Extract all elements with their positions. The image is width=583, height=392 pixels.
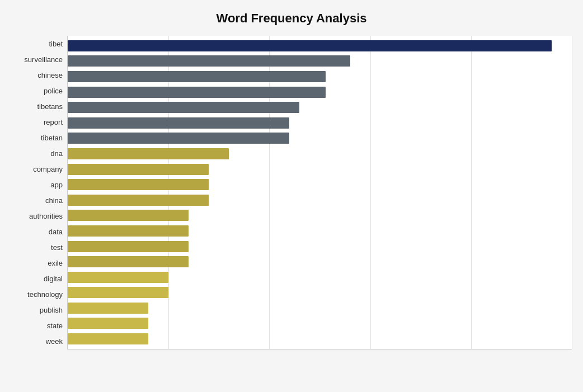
- bar: [68, 117, 289, 129]
- y-axis-label: week: [46, 334, 63, 349]
- y-axis-label: tibetans: [37, 99, 63, 114]
- bar-row: [68, 285, 572, 300]
- bar: [68, 225, 189, 237]
- y-axis-label: surveillance: [24, 52, 63, 67]
- chart-title: Word Frequency Analysis: [11, 11, 572, 26]
- bar-row: [68, 85, 572, 100]
- bar-row: [68, 54, 572, 68]
- plot-area: [67, 36, 572, 350]
- y-axis-label: dna: [50, 146, 63, 160]
- bar: [68, 195, 209, 206]
- chart-container: Word Frequency Analysis tibetsurveillanc…: [0, 0, 583, 392]
- y-axis-label: data: [49, 225, 63, 239]
- y-axis-label: china: [45, 193, 63, 207]
- bar: [68, 133, 289, 144]
- bar: [68, 164, 209, 175]
- y-axis-label: report: [44, 115, 63, 129]
- y-axis-label: tibet: [49, 36, 63, 51]
- bar-row: [68, 116, 572, 130]
- bar: [68, 71, 326, 82]
- bar: [68, 87, 326, 98]
- bar-row: [68, 69, 572, 84]
- y-axis-label: test: [51, 240, 63, 255]
- y-axis-label: chinese: [37, 68, 63, 82]
- bar: [68, 272, 168, 283]
- bar-row: [68, 193, 572, 207]
- bar: [68, 318, 148, 329]
- bar: [68, 287, 168, 298]
- y-axis-label: tibetan: [41, 130, 63, 145]
- bar: [68, 55, 350, 67]
- bar: [68, 179, 209, 190]
- bar-row: [68, 162, 572, 177]
- bar: [68, 256, 189, 267]
- y-axis: tibetsurveillancechinesepolicetibetansre…: [11, 36, 67, 350]
- chart-area: tibetsurveillancechinesepolicetibetansre…: [11, 36, 572, 350]
- bar-row: [68, 131, 572, 145]
- bar: [68, 102, 299, 113]
- y-axis-label: digital: [44, 272, 63, 286]
- y-axis-label: state: [47, 319, 63, 333]
- bar: [68, 241, 189, 252]
- bar-row: [68, 208, 572, 223]
- bar-row: [68, 332, 572, 346]
- bar-row: [68, 270, 572, 285]
- grid-line: [572, 36, 572, 349]
- bar: [68, 210, 189, 221]
- bar: [68, 40, 552, 51]
- bar-row: [68, 254, 572, 269]
- y-axis-label: authorities: [29, 209, 63, 224]
- y-axis-label: technology: [27, 287, 63, 302]
- y-axis-label: company: [33, 162, 63, 176]
- bar-row: [68, 224, 572, 238]
- bar: [68, 148, 229, 159]
- bar-row: [68, 177, 572, 192]
- bar: [68, 333, 148, 344]
- bar-row: [68, 39, 572, 53]
- y-axis-label: exile: [48, 256, 63, 271]
- y-axis-label: publish: [40, 303, 63, 318]
- bar-row: [68, 301, 572, 315]
- bar-row: [68, 100, 572, 115]
- y-axis-label: app: [50, 177, 63, 192]
- bar-row: [68, 147, 572, 161]
- bar-row: [68, 239, 572, 254]
- y-axis-label: police: [44, 83, 63, 98]
- bar-row: [68, 316, 572, 330]
- bar: [68, 303, 148, 314]
